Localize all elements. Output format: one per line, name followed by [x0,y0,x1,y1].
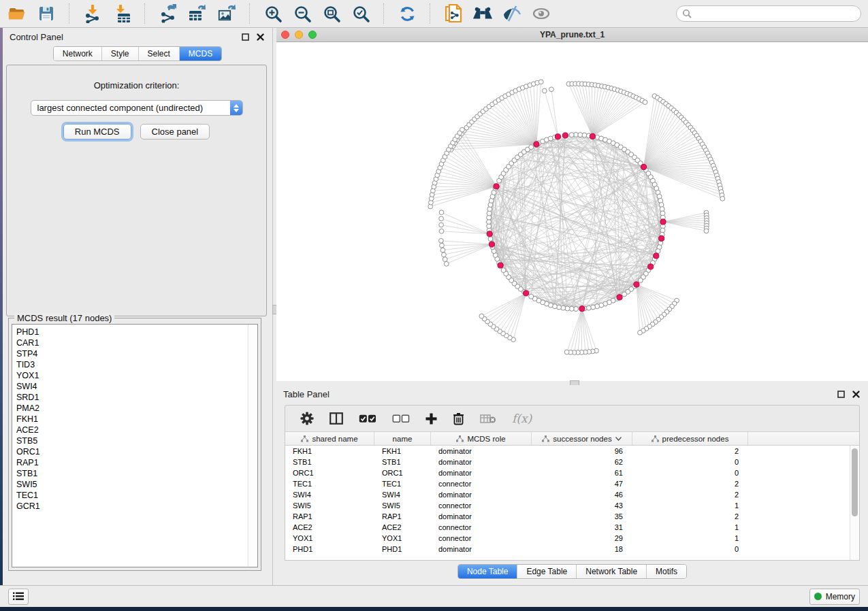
table-row[interactable]: YOX1YOX1connector291 [285,533,859,544]
network-node[interactable] [439,222,444,227]
network-node[interactable] [542,88,547,93]
run-mcds-button[interactable]: Run MCDS [63,124,131,139]
export-table-icon[interactable] [187,3,208,24]
network-node[interactable] [529,294,534,299]
mcds-node[interactable] [494,184,499,189]
network-node[interactable] [460,127,465,132]
float-window-icon[interactable] [240,32,251,43]
mcds-result-item[interactable]: GCR1 [16,501,257,512]
mcds-node[interactable] [579,306,585,312]
mcds-node[interactable] [534,142,539,147]
column-header-predecessor-nodes[interactable]: predecessor nodes [632,432,748,445]
table-row[interactable]: FKH1FKH1dominator962 [285,446,859,457]
tab-network-table[interactable]: Network Table [577,565,647,578]
tab-network[interactable]: Network [54,47,102,61]
mcds-list-scrollbar[interactable] [248,325,257,567]
mcds-node[interactable] [562,133,568,138]
open-session-icon[interactable] [7,3,27,24]
network-node[interactable] [569,133,574,137]
show-column-selector-icon[interactable] [329,412,343,425]
mcds-result-item[interactable]: CAR1 [16,337,257,348]
mcds-result-item[interactable]: STB1 [16,468,257,479]
network-node[interactable] [622,292,627,297]
mcds-result-item[interactable]: SWI5 [16,479,257,490]
eye-slash-icon[interactable] [502,3,522,24]
network-node[interactable] [488,237,493,242]
network-node[interactable] [439,229,444,233]
network-node[interactable] [440,248,445,252]
mcds-result-item[interactable]: PHD1 [16,327,257,337]
mcds-result-item[interactable]: ORC1 [16,446,257,457]
float-window-icon[interactable] [835,389,846,400]
network-node[interactable] [643,100,647,105]
mcds-node[interactable] [634,282,639,287]
network-window-titlebar[interactable]: YPA_prune.txt_1 [276,28,868,42]
table-scrollbar[interactable] [850,446,859,560]
mcds-node[interactable] [659,235,664,241]
mcds-result-item[interactable]: FKH1 [16,414,257,425]
network-node[interactable] [638,278,643,283]
mcds-node[interactable] [641,164,646,169]
zoom-selected-icon[interactable] [351,3,371,24]
close-panel-icon[interactable] [850,389,861,400]
binoculars-icon[interactable] [472,3,493,24]
mcds-result-item[interactable]: PMA2 [16,403,257,414]
mcds-node[interactable] [648,264,654,269]
create-column-plus-icon[interactable] [425,413,437,425]
column-header-successor-nodes[interactable]: successor nodes [532,432,632,445]
zoom-fit-icon[interactable] [321,3,342,24]
save-session-icon[interactable] [36,3,57,24]
mcds-result-item[interactable]: TEC1 [16,490,257,501]
network-canvas[interactable] [276,42,868,381]
table-row[interactable]: ORC1ORC1dominator610 [285,467,859,478]
column-header-shared-name[interactable]: shared name [285,432,374,445]
network-node[interactable] [549,87,554,92]
network-node[interactable] [439,216,444,221]
network-node[interactable] [564,350,569,354]
network-node[interactable] [638,330,643,335]
import-network-icon[interactable] [82,3,103,24]
optimization-criterion-select[interactable]: largest connected component (undirected) [31,100,243,116]
deselect-all-icon[interactable] [392,414,410,423]
search-box[interactable] [676,5,861,22]
mcds-result-item[interactable]: RAP1 [16,457,257,468]
eye-icon[interactable] [531,3,551,24]
table-row[interactable]: SWI4SWI4dominator462 [285,489,859,500]
mcds-node[interactable] [660,219,666,225]
network-node[interactable] [539,80,543,84]
close-panel-icon[interactable] [255,32,266,43]
mcds-result-item[interactable]: TID3 [16,359,257,370]
mcds-result-item[interactable]: YOX1 [16,370,257,381]
mcds-result-item[interactable]: SRD1 [16,392,257,403]
mcds-result-item[interactable]: SWI4 [16,381,257,392]
refresh-layout-icon[interactable] [397,3,417,24]
network-node[interactable] [529,145,534,150]
table-row[interactable]: PHD1PHD1dominator180 [285,544,859,555]
close-panel-button[interactable]: Close panel [140,124,210,139]
delete-column-trash-icon[interactable] [453,412,464,425]
network-node[interactable] [704,229,709,233]
select-all-icon[interactable] [359,414,376,423]
table-row[interactable]: ACE2ACE2connector311 [285,522,859,533]
export-image-icon[interactable] [216,3,237,24]
network-node[interactable] [501,268,506,273]
mcds-node[interactable] [654,253,659,259]
network-node[interactable] [443,257,447,262]
tab-edge-table[interactable]: Edge Table [517,565,577,578]
mcds-node[interactable] [489,242,494,247]
table-row[interactable]: SWI5SWI5connector431 [285,500,859,511]
zoom-out-icon[interactable] [292,3,312,24]
network-node[interactable] [439,238,444,243]
column-header-name[interactable]: name [374,432,431,445]
zoom-in-icon[interactable] [263,3,283,24]
table-settings-gear-icon[interactable] [300,412,314,425]
task-history-button[interactable] [8,589,29,605]
delete-table-icon[interactable] [480,414,496,424]
mcds-node[interactable] [590,133,595,139]
table-scrollbar-thumb[interactable] [852,448,858,516]
table-row[interactable]: RAP1RAP1dominator352 [285,511,859,522]
function-builder-icon[interactable]: f(x) [512,412,532,425]
network-node[interactable] [479,314,484,318]
import-table-icon[interactable] [112,3,132,24]
mcds-result-item[interactable]: ACE2 [16,425,257,435]
